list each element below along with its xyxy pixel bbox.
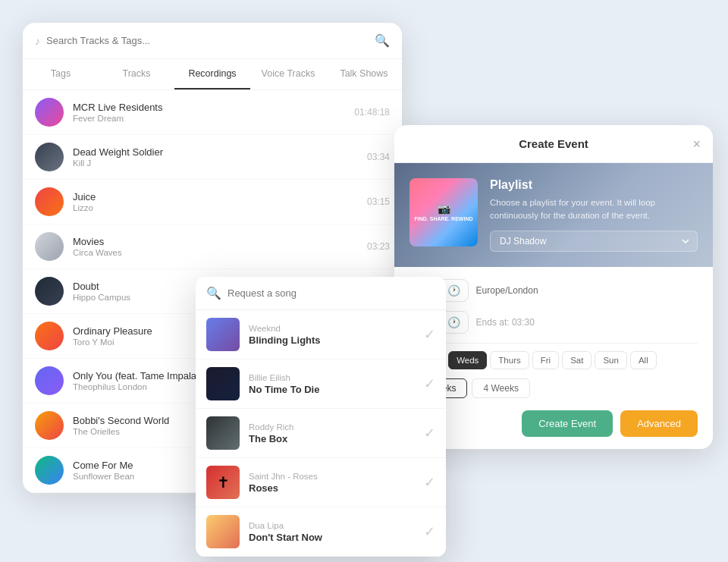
song-request-input[interactable] (228, 287, 435, 299)
week-btn-4[interactable]: 4 Weeks (472, 378, 529, 398)
playlist-cover-inner: 📷 FIND. SHARE. REWIND (410, 178, 478, 246)
song-thumbnail (206, 318, 240, 351)
track-duration: 03:34 (367, 152, 390, 162)
track-title: Movies (73, 236, 358, 249)
check-icon: ✓ (424, 425, 435, 441)
track-title: MCR Live Residents (73, 102, 345, 115)
avatar (35, 366, 64, 395)
song-request-search-bar: 🔍 (196, 277, 446, 310)
day-btn-sat[interactable]: Sat (562, 351, 592, 369)
song-subtitle: Weeknd (249, 323, 415, 334)
song-list-item[interactable]: ✝ Saint Jhn - Roses Roses ✓ (196, 458, 446, 507)
search-button[interactable]: 🔍 (375, 33, 390, 48)
check-icon: ✓ (424, 375, 435, 392)
track-info: Juice Lizzo (73, 191, 358, 213)
tab-talk-shows[interactable]: Talk Shows (326, 59, 402, 89)
song-list-item[interactable]: Weeknd Blinding Lights ✓ (196, 310, 446, 359)
search-icon: 🔍 (206, 286, 221, 300)
track-row[interactable]: Juice Lizzo 03:15 (23, 180, 402, 224)
tab-tags[interactable]: Tags (23, 59, 99, 89)
day-selector-row: Tues Weds Thurs Fri Sat Sun All (410, 351, 698, 369)
cover-text: FIND. SHARE. REWIND (415, 216, 473, 222)
song-meta: Weeknd Blinding Lights (249, 323, 415, 346)
song-meta: Saint Jhn - Roses Roses (249, 471, 415, 494)
create-event-button[interactable]: Create Event (522, 410, 613, 437)
track-info: Movies Circa Waves (73, 236, 358, 258)
start-time-row: 01:30 🕐 Europe/London (410, 279, 698, 302)
song-subtitle: Dua Lipa (249, 520, 415, 532)
avatar (35, 277, 64, 306)
day-btn-thurs[interactable]: Thurs (490, 351, 529, 369)
create-event-header: Create Event × (394, 125, 713, 163)
avatar (35, 322, 64, 350)
song-list-item[interactable]: Roddy Rich The Box ✓ (196, 409, 446, 458)
tab-bar: Tags Tracks Recordings Voice Tracks Talk… (23, 59, 402, 90)
day-btn-fri[interactable]: Fri (532, 351, 559, 369)
timezone-label: Europe/London (476, 285, 538, 296)
avatar (35, 456, 64, 485)
day-btn-all[interactable]: All (630, 351, 657, 369)
form-divider (410, 343, 698, 344)
song-thumbnail (206, 416, 240, 450)
song-title: Roses (249, 482, 415, 494)
music-icon: ♪ (35, 35, 40, 47)
camera-icon: 📷 (438, 203, 450, 215)
create-event-title: Create Event (519, 137, 588, 150)
song-subtitle: Saint Jhn - Roses (249, 471, 415, 482)
clock-icon: 🕐 (447, 284, 460, 297)
check-icon: ✓ (424, 523, 435, 540)
avatar (35, 98, 64, 127)
check-icon: ✓ (424, 474, 435, 491)
track-artist: Circa Waves (73, 248, 358, 257)
track-artist: Kill J (73, 159, 358, 168)
track-duration: 03:15 (367, 196, 390, 207)
day-selector: Tues Weds Thurs Fri Sat Sun All (410, 351, 657, 369)
end-time-row: 02:00 🕐 Ends at: 03:30 (410, 311, 698, 334)
clock-icon-2: 🕐 (447, 316, 460, 328)
avatar (35, 232, 64, 261)
search-bar: ♪ 🔍 (23, 23, 402, 59)
song-request-dropdown: 🔍 Weeknd Blinding Lights ✓ Billie Eilish… (196, 277, 446, 557)
song-title: The Box (249, 433, 415, 444)
playlist-cover: 📷 FIND. SHARE. REWIND (410, 178, 478, 246)
avatar (35, 187, 64, 216)
song-thumbnail (206, 515, 240, 548)
track-info: Dead Weight Soldier Kill J (73, 146, 358, 168)
playlist-info: Playlist Choose a playlist for your even… (490, 178, 698, 252)
song-meta: Roddy Rich The Box (249, 422, 415, 444)
playlist-label: Playlist (490, 178, 698, 192)
playlist-section: 📷 FIND. SHARE. REWIND Playlist Choose a … (394, 163, 713, 267)
song-title: No Time To Die (249, 384, 415, 395)
song-subtitle: Billie Eilish (249, 372, 415, 384)
playlist-description: Choose a playlist for your event. It wil… (490, 196, 698, 223)
track-info: MCR Live Residents Fever Dream (73, 102, 345, 124)
track-row[interactable]: Dead Weight Soldier Kill J 03:34 (23, 135, 402, 180)
form-actions: Create Event Advanced (410, 410, 698, 437)
track-duration: 01:48:18 (354, 107, 390, 118)
tab-tracks[interactable]: Tracks (99, 59, 174, 89)
song-title: Blinding Lights (249, 334, 415, 346)
track-row[interactable]: Movies Circa Waves 03:23 (23, 224, 402, 269)
week-selector-row: 2 Weeks 4 Weeks (410, 378, 698, 398)
day-btn-weds[interactable]: Weds (448, 351, 487, 369)
song-meta: Billie Eilish No Time To Die (249, 372, 415, 395)
avatar (35, 143, 64, 171)
song-thumbnail (206, 367, 240, 400)
close-button[interactable]: × (692, 136, 701, 152)
song-list-item[interactable]: Dua Lipa Don't Start Now ✓ (196, 507, 446, 557)
advanced-button[interactable]: Advanced (620, 410, 698, 437)
song-meta: Dua Lipa Don't Start Now (249, 520, 415, 543)
tab-recordings[interactable]: Recordings (174, 59, 250, 89)
playlist-select[interactable]: DJ Shadow (490, 231, 698, 252)
track-row[interactable]: MCR Live Residents Fever Dream 01:48:18 (23, 90, 402, 135)
tab-voice-tracks[interactable]: Voice Tracks (250, 59, 326, 89)
day-btn-sun[interactable]: Sun (595, 351, 626, 369)
search-input[interactable] (46, 35, 369, 46)
avatar (35, 411, 64, 440)
track-title: Juice (73, 191, 358, 204)
check-icon: ✓ (424, 326, 435, 343)
song-list-item[interactable]: Billie Eilish No Time To Die ✓ (196, 359, 446, 409)
track-title: Dead Weight Soldier (73, 146, 358, 159)
track-artist: Lizzo (73, 203, 358, 212)
song-title: Don't Start Now (249, 532, 415, 543)
